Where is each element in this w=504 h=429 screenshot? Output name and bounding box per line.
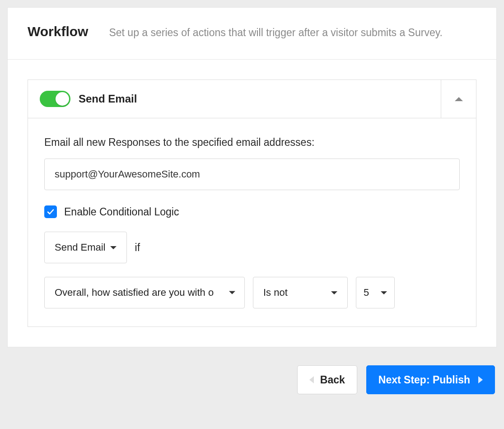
card-header: Send Email <box>28 80 476 118</box>
email-addresses-label: Email all new Responses to the specified… <box>44 136 460 149</box>
caret-down-icon <box>110 246 117 249</box>
page-description: Set up a series of actions that will tri… <box>109 27 442 39</box>
condition-question-select[interactable]: Overall, how satisfied are you with o <box>44 277 245 308</box>
back-button[interactable]: Back <box>297 365 357 394</box>
caret-down-icon <box>229 291 235 294</box>
condition-rule-row: Overall, how satisfied are you with o Is… <box>44 277 460 308</box>
conditional-logic-row: Enable Conditional Logic <box>44 205 460 218</box>
wizard-footer: Back Next Step: Publish <box>7 347 497 394</box>
email-addresses-input[interactable] <box>44 159 460 190</box>
action-title: Send Email <box>79 93 441 105</box>
chevron-left-icon <box>309 376 314 383</box>
next-step-label: Next Step: Publish <box>378 374 470 386</box>
condition-action-row: Send Email if <box>44 232 460 263</box>
caret-down-icon <box>381 291 387 294</box>
condition-operator-value: Is not <box>263 287 288 298</box>
caret-down-icon <box>331 291 337 294</box>
caret-up-icon <box>455 97 463 101</box>
condition-value-select[interactable]: 5 <box>356 277 395 308</box>
condition-action-select[interactable]: Send Email <box>44 232 127 263</box>
page-title: Workflow <box>28 24 88 39</box>
condition-question-value: Overall, how satisfied are you with o <box>55 287 214 298</box>
enable-action-toggle[interactable] <box>40 91 70 107</box>
condition-value-value: 5 <box>364 287 369 298</box>
conditional-logic-label: Enable Conditional Logic <box>64 206 179 218</box>
toggle-knob <box>56 92 69 106</box>
condition-action-value: Send Email <box>55 242 106 253</box>
card-content: Email all new Responses to the specified… <box>28 118 476 326</box>
workflow-panel: Workflow Set up a series of actions that… <box>7 7 497 347</box>
if-text: if <box>135 242 140 254</box>
send-email-card: Send Email Email all new Responses to th… <box>28 79 476 327</box>
condition-operator-select[interactable]: Is not <box>253 277 348 308</box>
conditional-logic-checkbox[interactable] <box>44 205 57 218</box>
check-icon <box>47 208 54 215</box>
chevron-right-icon <box>478 376 483 383</box>
panel-body: Send Email Email all new Responses to th… <box>8 60 496 347</box>
next-step-button[interactable]: Next Step: Publish <box>366 365 495 394</box>
back-button-label: Back <box>320 374 345 386</box>
panel-header: Workflow Set up a series of actions that… <box>8 8 496 60</box>
collapse-button[interactable] <box>441 80 476 118</box>
